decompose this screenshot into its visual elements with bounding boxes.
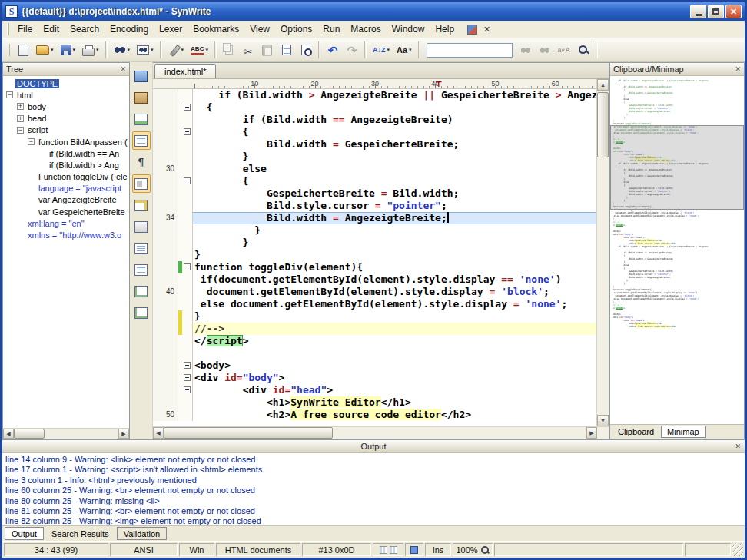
code-text[interactable]: GespeicherteBreite = Bild.width; bbox=[193, 187, 596, 200]
export-panel-button[interactable] bbox=[132, 217, 151, 236]
output-message[interactable]: line 14 column 9 - Warning: <link> eleme… bbox=[5, 455, 742, 465]
output-message[interactable]: line 81 column 25 - Warning: <br> elemen… bbox=[5, 506, 742, 516]
code-text[interactable]: } bbox=[193, 237, 596, 249]
output-message[interactable]: line 60 column 25 - Warning: <br> elemen… bbox=[5, 485, 742, 495]
minimap-viewport[interactable] bbox=[610, 125, 744, 210]
bookmarks-button[interactable] bbox=[132, 282, 151, 300]
fold-collapse-icon[interactable] bbox=[184, 263, 191, 270]
tree-item[interactable]: Function toggleDiv ( ele bbox=[3, 171, 129, 183]
code-text[interactable]: <div id="body"> bbox=[193, 372, 596, 384]
text-case-button[interactable]: Aa▾ bbox=[393, 40, 415, 60]
menu-item-encoding[interactable]: Encoding bbox=[105, 22, 154, 37]
tree-item[interactable]: −html bbox=[3, 89, 129, 101]
select-all-button[interactable] bbox=[277, 40, 296, 60]
fold-gutter[interactable] bbox=[182, 175, 193, 187]
scroll-left-icon[interactable]: ◀ bbox=[153, 427, 164, 439]
menu-item-lexer[interactable]: Lexer bbox=[154, 22, 188, 37]
output-tab-validation[interactable]: Validation bbox=[117, 527, 168, 540]
code-area[interactable]: if (Bild.width > AngezeigteBreite || Ges… bbox=[153, 89, 596, 426]
tree-close-icon[interactable]: ✕ bbox=[120, 65, 126, 73]
find-button[interactable]: ▾ bbox=[111, 40, 134, 60]
output-message[interactable]: line 80 column 25 - Warning: missing <li… bbox=[5, 496, 742, 506]
code-text[interactable]: if (Bild.width == AngezeigteBreite) bbox=[193, 114, 596, 126]
code-text[interactable]: { bbox=[193, 175, 596, 187]
output-message[interactable]: line 82 column 25 - Warning: <img> eleme… bbox=[5, 516, 742, 525]
code-text[interactable]: Bild.width = AngezeigteBreite; bbox=[193, 212, 596, 224]
menu-item-macros[interactable]: Macros bbox=[345, 22, 386, 37]
menu-close-icon[interactable]: ✕ bbox=[483, 25, 490, 35]
code-text[interactable]: } bbox=[193, 224, 596, 237]
scroll-down-icon[interactable]: ▼ bbox=[597, 415, 609, 426]
code-text[interactable]: <body> bbox=[193, 360, 596, 372]
menu-item-edit[interactable]: Edit bbox=[38, 22, 65, 37]
tree-item[interactable]: var AngezeigteBreite bbox=[3, 194, 129, 206]
tree-scroll-thumb[interactable] bbox=[14, 429, 45, 439]
minimap-close-icon[interactable]: ✕ bbox=[735, 65, 741, 73]
code-text[interactable]: </script> bbox=[193, 335, 596, 347]
tree-item[interactable]: DOCTYPE bbox=[3, 78, 129, 89]
clips-panel-button[interactable] bbox=[132, 131, 151, 150]
code-text[interactable] bbox=[193, 347, 596, 360]
menu-item-help[interactable]: Help bbox=[430, 22, 460, 37]
panel-tab-clipboard[interactable]: Clipboard bbox=[612, 426, 660, 438]
tree-item[interactable]: −script bbox=[3, 124, 129, 136]
tree-item[interactable]: language = "javascript bbox=[3, 183, 129, 194]
fold-collapse-icon[interactable] bbox=[184, 104, 191, 111]
scroll-left-icon[interactable]: ◀ bbox=[3, 429, 14, 439]
tree-expander-icon[interactable]: − bbox=[17, 127, 24, 134]
code-text[interactable]: Bild.style.cursor = "pointer"; bbox=[193, 200, 596, 212]
menu-item-run[interactable]: Run bbox=[317, 22, 345, 37]
sort-button[interactable]: A↓Z▾ bbox=[370, 40, 393, 60]
menu-item-view[interactable]: View bbox=[244, 22, 275, 37]
maximize-button[interactable] bbox=[708, 5, 724, 18]
cut-button[interactable] bbox=[239, 40, 257, 60]
code-text[interactable]: if (Bild.width > AngezeigteBreite || Ges… bbox=[193, 89, 596, 101]
vertical-scroll-thumb[interactable] bbox=[597, 92, 609, 157]
fold-gutter[interactable] bbox=[182, 372, 193, 384]
code-text[interactable]: if(document.getElementById(element).styl… bbox=[193, 273, 596, 286]
code-text[interactable]: } bbox=[193, 310, 596, 323]
horizontal-scroll-thumb[interactable] bbox=[164, 427, 333, 439]
tree-expander-icon[interactable]: + bbox=[17, 115, 24, 122]
incremental-search-button[interactable] bbox=[574, 40, 593, 60]
tools-button[interactable]: ▾ bbox=[165, 40, 188, 60]
spell-check-button[interactable]: ABC▾ bbox=[188, 40, 211, 60]
tree-panel-button[interactable] bbox=[132, 67, 151, 85]
fold-collapse-icon[interactable] bbox=[184, 128, 191, 135]
tree-item[interactable]: var GespeicherteBreite bbox=[3, 206, 129, 217]
new-document-button[interactable] bbox=[14, 40, 32, 60]
tree-item[interactable]: −function BildAnpassen ( bbox=[3, 136, 129, 147]
fold-collapse-icon[interactable] bbox=[184, 386, 191, 393]
output-tab-output[interactable]: Output bbox=[5, 527, 44, 540]
tab-index-html[interactable]: index.html* bbox=[154, 64, 216, 78]
tree-horizontal-scrollbar[interactable]: ◀ ▶ bbox=[3, 428, 129, 439]
code-text[interactable]: document.getElementById(element).style.d… bbox=[193, 286, 596, 298]
code-text[interactable]: else bbox=[193, 163, 596, 175]
toolbar-search-input[interactable] bbox=[427, 43, 513, 58]
editor-horizontal-scrollbar[interactable]: ◀ ▶ bbox=[153, 426, 609, 439]
menu-item-window[interactable]: Window bbox=[387, 22, 430, 37]
code-text[interactable]: else document.getElementById(element).st… bbox=[193, 298, 596, 310]
scroll-up-icon[interactable]: ▲ bbox=[597, 79, 609, 91]
code-text[interactable]: //--> bbox=[193, 323, 596, 335]
menu-item-options[interactable]: Options bbox=[275, 22, 317, 37]
preview-button[interactable] bbox=[297, 40, 315, 60]
tree-item[interactable]: if (Bild.width == An bbox=[3, 147, 129, 159]
menu-item-bookmarks[interactable]: Bookmarks bbox=[188, 22, 244, 37]
snippets-panel-button[interactable] bbox=[132, 196, 151, 214]
fold-gutter[interactable] bbox=[182, 101, 193, 114]
nonprint-chars-button[interactable]: ¶ bbox=[132, 153, 151, 171]
panel-tab-minimap[interactable]: Minimap bbox=[661, 426, 706, 438]
fold-gutter[interactable] bbox=[182, 360, 193, 372]
code-text[interactable]: <h2>A free source code editor</h2> bbox=[193, 409, 596, 421]
tree-item[interactable]: +head bbox=[3, 113, 129, 124]
clipboard-panel-button[interactable] bbox=[132, 88, 151, 107]
output-tab-search-results[interactable]: Search Results bbox=[45, 527, 116, 540]
tree-expander-icon[interactable]: − bbox=[28, 138, 35, 145]
sort-ascending-button[interactable] bbox=[132, 239, 151, 257]
close-button[interactable]: ✕ bbox=[725, 5, 742, 18]
menu-item-search[interactable]: Search bbox=[65, 22, 105, 37]
code-text[interactable]: } bbox=[193, 151, 596, 163]
horizontal-scroll-track[interactable] bbox=[164, 427, 586, 439]
minimap-panel-button[interactable] bbox=[132, 174, 151, 193]
